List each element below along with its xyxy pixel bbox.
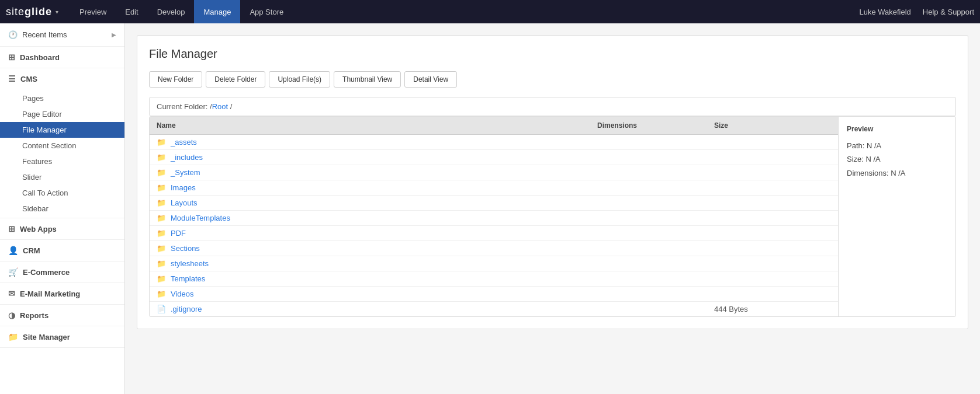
sidebar-section-webapps: ⊞ Web Apps (0, 218, 124, 240)
folder-icon: 📁 (157, 214, 166, 222)
sidebar-item-pages[interactable]: Pages (0, 90, 124, 106)
table-row[interactable]: 📁Videos (150, 287, 838, 302)
sidebar-section-site-manager: 📁 Site Manager (0, 326, 124, 348)
file-name-label: .gitignore (171, 305, 202, 313)
detail-view-button[interactable]: Detail View (404, 71, 457, 88)
table-row[interactable]: 📁ModuleTemplates (150, 211, 838, 226)
breadcrumb-root-link[interactable]: Root (212, 102, 228, 111)
folder-icon: 📁 (157, 153, 166, 162)
file-name-label: PDF (171, 229, 186, 238)
delete-folder-button[interactable]: Delete Folder (206, 71, 265, 88)
file-name-label: Templates (171, 274, 205, 283)
sidebar-section-crm: 👤 CRM (0, 240, 124, 261)
nav-appstore[interactable]: App Store (240, 0, 293, 23)
folder-icon: 📁 (157, 259, 166, 268)
file-manager: Name Dimensions Size 📁_assets📁_includes📁… (149, 116, 956, 317)
sidebar-item-sidebar[interactable]: Sidebar (0, 201, 124, 217)
breadcrumb-prefix: Current Folder: / (157, 102, 212, 111)
sidebar-section-dashboard: ⊞ Dashboard (0, 47, 124, 68)
layout: 🕐 Recent Items ▶ ⊞ Dashboard ☰ CMS Pages… (0, 23, 980, 394)
webapps-label: Web Apps (20, 225, 57, 233)
nav-develop[interactable]: Develop (148, 0, 195, 23)
clock-icon: 🕐 (8, 30, 18, 39)
file-name-label: stylesheets (171, 259, 209, 268)
sidebar: 🕐 Recent Items ▶ ⊞ Dashboard ☰ CMS Pages… (0, 23, 125, 394)
preview-info: Path: N /A Size: N /A Dimensions: N /A (847, 139, 947, 180)
file-size: 444 Bytes (714, 305, 831, 313)
nav-edit[interactable]: Edit (116, 0, 147, 23)
folder-icon: 📁 (157, 274, 166, 283)
dashboard-header[interactable]: ⊞ Dashboard (0, 47, 124, 68)
file-list: Name Dimensions Size 📁_assets📁_includes📁… (150, 117, 839, 316)
folder-icon: 📁 (157, 168, 166, 177)
sidebar-item-slider[interactable]: Slider (0, 169, 124, 185)
sidebar-section-email: ✉ E-Mail Marketing (0, 283, 124, 305)
table-header: Name Dimensions Size (150, 117, 838, 135)
file-name-label: Videos (171, 290, 194, 298)
nav-help[interactable]: Help & Support (923, 8, 974, 16)
file-name-label: _includes (171, 153, 203, 162)
nav-preview[interactable]: Preview (70, 0, 116, 23)
upload-files-button[interactable]: Upload File(s) (269, 71, 330, 88)
file-name-label: ModuleTemplates (171, 214, 230, 222)
folder-icon: 📁 (157, 244, 166, 253)
sidebar-item-call-to-action[interactable]: Call To Action (0, 185, 124, 201)
sidebar-item-page-editor[interactable]: Page Editor (0, 106, 124, 122)
folder-icon: 📁 (157, 290, 166, 298)
file-rows: 📁_assets📁_includes📁_System📁Images📁Layout… (150, 135, 838, 316)
table-row[interactable]: 📁Sections (150, 241, 838, 256)
table-row[interactable]: 📁Templates (150, 271, 838, 287)
cms-label: CMS (20, 75, 37, 83)
site-manager-header[interactable]: 📁 Site Manager (0, 326, 124, 347)
preview-size: Size: N /A (847, 152, 947, 166)
top-nav: siteglide ▾ Preview Edit Develop Manage … (0, 0, 980, 23)
table-row[interactable]: 📁Images (150, 180, 838, 196)
folder-icon: 📁 (157, 183, 166, 192)
breadcrumb: Current Folder: /Root / (149, 97, 956, 116)
nav-manage[interactable]: Manage (194, 0, 240, 23)
nav-items: Preview Edit Develop Manage App Store (70, 0, 859, 23)
recent-items-left: 🕐 Recent Items (8, 30, 67, 39)
crm-label: CRM (23, 246, 40, 255)
email-header[interactable]: ✉ E-Mail Marketing (0, 283, 124, 304)
table-row[interactable]: 📄.gitignore444 Bytes (150, 302, 838, 316)
dashboard-icon: ⊞ (8, 53, 15, 62)
preview-path: Path: N /A (847, 139, 947, 152)
ecommerce-label: E-Commerce (23, 268, 70, 277)
site-manager-label: Site Manager (23, 333, 70, 341)
table-row[interactable]: 📁stylesheets (150, 256, 838, 271)
sidebar-recent-items[interactable]: 🕐 Recent Items ▶ (0, 23, 124, 47)
file-name-label: Layouts (171, 198, 198, 207)
table-row[interactable]: 📁PDF (150, 226, 838, 241)
logo-area: siteglide ▾ (6, 6, 58, 18)
site-manager-icon: 📁 (8, 332, 18, 341)
col-dimensions: Dimensions (597, 121, 714, 130)
thumbnail-view-button[interactable]: Thumbnail View (334, 71, 401, 88)
new-folder-button[interactable]: New Folder (149, 71, 202, 88)
table-row[interactable]: 📁_includes (150, 150, 838, 165)
reports-header[interactable]: ◑ Reports (0, 305, 124, 326)
sidebar-item-content-section[interactable]: Content Section (0, 138, 124, 154)
ecommerce-header[interactable]: 🛒 E-Commerce (0, 261, 124, 283)
sidebar-item-features[interactable]: Features (0, 154, 124, 169)
file-name-label: _System (171, 168, 200, 177)
preview-panel: Preview Path: N /A Size: N /A Dimensions… (839, 117, 955, 316)
crm-icon: 👤 (8, 246, 18, 255)
table-row[interactable]: 📁_System (150, 165, 838, 180)
nav-dropdown-icon[interactable]: ▾ (56, 9, 58, 15)
nav-right: Luke Wakefield Help & Support (859, 8, 974, 16)
sidebar-item-file-manager[interactable]: File Manager (0, 122, 124, 138)
webapps-header[interactable]: ⊞ Web Apps (0, 218, 124, 239)
breadcrumb-suffix: / (228, 102, 232, 111)
reports-icon: ◑ (8, 311, 15, 320)
ecommerce-icon: 🛒 (8, 267, 18, 277)
cms-header[interactable]: ☰ CMS (0, 68, 124, 89)
folder-icon: 📁 (157, 229, 166, 238)
file-name-label: Sections (171, 244, 200, 253)
sidebar-section-cms: ☰ CMS Pages Page Editor File Manager Con… (0, 68, 124, 218)
crm-header[interactable]: 👤 CRM (0, 240, 124, 261)
table-row[interactable]: 📁_assets (150, 135, 838, 150)
nav-user[interactable]: Luke Wakefield (859, 8, 910, 16)
table-row[interactable]: 📁Layouts (150, 196, 838, 211)
file-name-label: Images (171, 183, 196, 192)
